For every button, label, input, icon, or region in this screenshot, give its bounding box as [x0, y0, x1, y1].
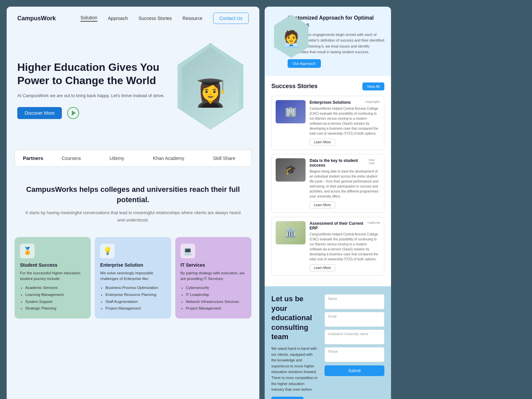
story-image-graduation: 🎓 — [276, 158, 306, 182]
success-stories-section: Success Stories View All 🏢 Enterprises S… — [265, 76, 391, 286]
form-institution-field[interactable]: Institution/ University name — [325, 330, 384, 344]
contact-learn-more-button[interactable]: Learn More — [271, 397, 304, 399]
logo: CampusWork — [17, 15, 56, 22]
list-item: Cybersecurity — [186, 284, 246, 291]
our-approach-button[interactable]: Our Approach — [288, 59, 321, 68]
story-card-erp: 🏛️ Assessment of their Current ERP Calif… — [271, 217, 384, 276]
contact-title: Let us be your educational consulting te… — [271, 294, 318, 342]
story-desc-0: CampusWorks helped Central Arizona Colle… — [310, 106, 380, 136]
enterprise-desc: We solve seemingly impossible challenges… — [100, 270, 166, 282]
story-card-enterprises: 🏢 Enterprises Solutions mappingfor Campu… — [271, 96, 384, 150]
success-header: Success Stories View All — [271, 82, 384, 90]
student-success-icon: 🏅 — [20, 244, 35, 258]
form-phone-field[interactable]: Phone — [325, 347, 384, 362]
hero-section: Higher Education Gives You Power to Chan… — [7, 30, 259, 146]
form-email-field[interactable]: Email — [325, 312, 384, 327]
nav-contact-button[interactable]: Contact Us — [213, 13, 249, 24]
story-header-row-2: Assessment of their Current ERP Californ… — [310, 221, 380, 230]
page-wrapper: CampusWork Solution Approach Success Sto… — [7, 7, 525, 399]
hero-image: 👩‍🎓 — [172, 43, 249, 136]
discover-more-button[interactable]: Discover More — [17, 107, 62, 119]
form-name-input[interactable] — [328, 302, 381, 306]
service-card-enterprise: 💡 Enterprise Solution We solve seemingly… — [95, 237, 171, 319]
it-desc: By pairing strategy with execution, we a… — [181, 270, 246, 282]
mission-desc: It starts by having meaningful conversat… — [23, 209, 243, 224]
form-phone-label: Phone — [328, 350, 381, 353]
approach-image-wrap: 🧑‍💼 — [271, 15, 282, 61]
navbar: CampusWork Solution Approach Success Sto… — [7, 7, 259, 30]
list-item: System Support — [25, 298, 85, 305]
submit-button[interactable]: Submit — [325, 365, 384, 376]
partner-names: Coursera Udemy Khan Academy Skill Share — [54, 156, 243, 161]
it-list: Cybersecurity IT Leadership Network Infr… — [181, 284, 246, 312]
it-title: IT Services — [181, 262, 246, 268]
story-tag-0: mappingfor — [365, 100, 380, 103]
story-title-2: Assessment of their Current ERP — [310, 221, 367, 230]
nav-solution[interactable]: Solution — [80, 15, 97, 22]
hero-actions: Discover More — [17, 107, 172, 119]
story-desc-2: CampusWorks helped Central Arizona Colle… — [310, 232, 380, 262]
nav-success-stories[interactable]: Success Stories — [138, 16, 172, 21]
story-image-building: 🏢 — [276, 100, 306, 123]
learn-more-button-1[interactable]: Learn More — [310, 201, 335, 208]
story-tag-2: California — [367, 221, 380, 224]
story-header-row-0: Enterprises Solutions mappingfor — [310, 100, 380, 105]
list-item: Project Management — [186, 305, 246, 312]
list-item: Strategic Planning — [25, 305, 85, 312]
hero-subtitle: At CampusWork we are out to bring back h… — [17, 92, 172, 99]
mission-title: CampusWorks helps colleges and universit… — [23, 185, 243, 205]
success-stories-title: Success Stories — [271, 83, 318, 90]
form-email-input[interactable] — [328, 320, 381, 324]
form-name-label: Name — [328, 297, 381, 301]
list-item: Enterprise Resource Planning — [105, 291, 166, 298]
student-figure: 👩‍🎓 — [194, 77, 227, 109]
learn-more-button-2[interactable]: Learn More — [310, 264, 335, 271]
form-phone-input[interactable] — [328, 355, 381, 359]
partners-bar: Partners Coursera Udemy Khan Academy Ski… — [15, 150, 251, 167]
partners-label: Partners — [23, 155, 43, 161]
contact-left: Let us be your educational consulting te… — [271, 294, 318, 399]
story-header-row-1: Data is the key to student success New Y… — [310, 158, 380, 168]
learn-more-button-0[interactable]: Learn More — [310, 139, 335, 146]
list-item: Staff Augmentation — [105, 298, 166, 305]
story-tag-1: New York — [368, 158, 380, 165]
list-item: Learning Management — [25, 291, 85, 298]
nav-links: Solution Approach Success Stories Resour… — [80, 13, 249, 24]
partner-udemy: Udemy — [109, 156, 124, 161]
nav-resource[interactable]: Resource — [183, 16, 202, 21]
partner-khan: Khan Academy — [153, 156, 184, 161]
partner-skillshare: Skill Share — [213, 156, 235, 161]
form-institution-input[interactable] — [328, 337, 381, 341]
story-card-data: 🎓 Data is the key to student success New… — [271, 154, 384, 213]
hero-text: Higher Education Gives You Power to Chan… — [17, 61, 172, 119]
graduation-icon: 🎓 — [276, 158, 306, 182]
service-card-student-success: 🏅 Student Success For the successful hig… — [15, 237, 91, 319]
approach-section: 🧑‍💼 Customized Approach for Optimal Succ… — [265, 7, 391, 76]
left-panel: CampusWork Solution Approach Success Sto… — [7, 7, 259, 399]
mission-section: CampusWorks helps colleges and universit… — [7, 175, 259, 230]
enterprise-list: Business Process Optimization Enterprise… — [100, 284, 166, 312]
building-icon: 🏢 — [276, 100, 306, 123]
play-icon — [72, 110, 76, 116]
list-item: Network Infrastructure Services — [186, 298, 246, 305]
partner-coursera: Coursera — [62, 156, 81, 161]
hero-title: Higher Education Gives You Power to Chan… — [17, 61, 172, 87]
it-icon: 💻 — [181, 244, 195, 258]
nav-approach[interactable]: Approach — [108, 16, 128, 21]
story-content-0: Enterprises Solutions mappingfor CampusW… — [310, 100, 380, 146]
campus-icon: 🏛️ — [276, 221, 306, 244]
enterprise-title: Enterprise Solution — [100, 262, 166, 268]
contact-form: Name Email Institution/ University name … — [325, 294, 384, 376]
view-all-button[interactable]: View All — [362, 82, 384, 90]
service-cards: 🏅 Student Success For the successful hig… — [7, 230, 259, 329]
play-button[interactable] — [67, 107, 79, 119]
form-email-label: Email — [328, 315, 381, 318]
service-card-it: 💻 IT Services By pairing strategy with e… — [175, 237, 251, 319]
right-panel: 🧑‍💼 Customized Approach for Optimal Succ… — [265, 7, 391, 399]
form-name-field[interactable]: Name — [325, 294, 384, 309]
story-content-1: Data is the key to student success New Y… — [310, 158, 380, 208]
story-image-campus: 🏛️ — [276, 221, 306, 244]
list-item: IT Leadership — [186, 291, 246, 298]
enterprise-icon: 💡 — [100, 244, 115, 258]
list-item: Academic Services — [25, 284, 85, 291]
